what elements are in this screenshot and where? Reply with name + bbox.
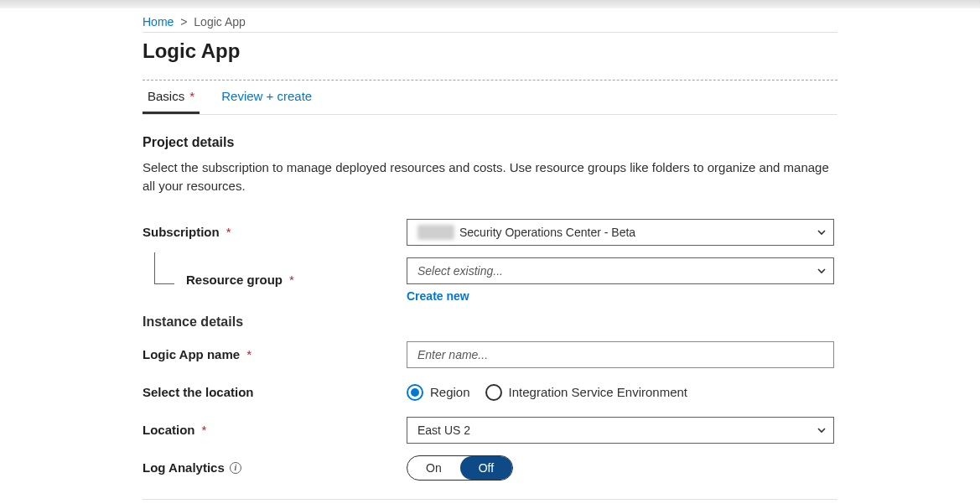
required-indicator: *	[246, 347, 251, 361]
tabs: Basics * Review + create	[143, 80, 837, 115]
label-location-text: Location	[143, 423, 195, 437]
chevron-down-icon	[817, 227, 827, 237]
row-subscription: Subscription* Security Operations Center…	[143, 219, 837, 246]
required-indicator: *	[289, 273, 294, 287]
radio-selected-icon	[407, 384, 423, 401]
required-indicator: *	[202, 423, 207, 437]
info-icon[interactable]: i	[230, 462, 241, 474]
label-select-location: Select the location	[143, 385, 407, 399]
breadcrumb: Home > Logic App	[143, 8, 837, 32]
row-log-analytics: Log Analytics i On Off	[143, 455, 837, 481]
resource-group-select[interactable]: Select existing...	[407, 257, 834, 284]
label-location: Location*	[143, 423, 407, 437]
label-log-analytics: Log Analytics i	[143, 460, 407, 475]
tab-review-create[interactable]: Review + create	[216, 81, 317, 114]
label-log-analytics-text: Log Analytics	[143, 460, 225, 475]
log-analytics-toggle[interactable]: On Off	[407, 455, 513, 481]
footer-bar: Review + create Download a template for …	[143, 499, 837, 505]
label-subscription: Subscription*	[143, 225, 407, 239]
field-resource-group: Select existing... Create new	[407, 257, 834, 303]
resource-group-placeholder: Select existing...	[417, 264, 503, 278]
required-indicator: *	[186, 89, 194, 103]
label-subscription-text: Subscription	[143, 225, 220, 239]
redacted-icon	[417, 225, 454, 240]
section-heading-instance-details: Instance details	[143, 314, 837, 330]
location-select[interactable]: East US 2	[407, 417, 834, 444]
toggle-off[interactable]: Off	[460, 456, 512, 480]
radio-ise[interactable]: Integration Service Environment	[485, 384, 687, 401]
breadcrumb-current: Logic App	[194, 15, 246, 29]
breadcrumb-separator-icon: >	[180, 15, 187, 29]
window-topbar	[0, 0, 980, 8]
field-location: East US 2	[407, 417, 834, 444]
logic-app-name-input[interactable]: Enter name...	[407, 341, 834, 368]
radio-unselected-icon	[485, 384, 502, 401]
section-heading-project-details: Project details	[143, 135, 837, 150]
breadcrumb-home-link[interactable]: Home	[143, 15, 174, 29]
subscription-select[interactable]: Security Operations Center - Beta	[407, 219, 834, 246]
content: Home > Logic App Logic App Basics * Revi…	[0, 8, 980, 504]
required-indicator: *	[226, 225, 231, 239]
row-select-location: Select the location Region Integration S…	[143, 380, 837, 405]
field-subscription: Security Operations Center - Beta	[407, 219, 834, 246]
radio-ise-label: Integration Service Environment	[509, 385, 687, 399]
chevron-down-icon	[817, 425, 827, 435]
tree-connector-icon	[154, 252, 174, 284]
label-logic-app-name-text: Logic App name	[143, 347, 240, 361]
row-logic-app-name: Logic App name* Enter name...	[143, 341, 837, 368]
row-resource-group: Resource group* Select existing... Creat…	[143, 257, 837, 303]
field-select-location: Region Integration Service Environment	[407, 384, 834, 401]
label-resource-group: Resource group*	[143, 273, 407, 287]
divider	[143, 32, 837, 33]
field-logic-app-name: Enter name...	[407, 341, 834, 368]
radio-region-label: Region	[430, 385, 470, 399]
tab-basics[interactable]: Basics *	[143, 81, 200, 114]
tab-basics-label: Basics	[148, 89, 184, 103]
label-resource-group-text: Resource group	[186, 273, 283, 287]
section-description-project-details: Select the subscription to manage deploy…	[143, 158, 837, 195]
location-value: East US 2	[417, 423, 470, 437]
create-new-link[interactable]: Create new	[407, 289, 469, 303]
label-select-location-text: Select the location	[143, 385, 254, 399]
label-logic-app-name: Logic App name*	[143, 347, 407, 361]
chevron-down-icon	[817, 266, 827, 276]
row-location: Location* East US 2	[143, 417, 837, 444]
page: Home > Logic App Logic App Basics * Revi…	[0, 0, 980, 504]
radio-region[interactable]: Region	[407, 384, 470, 401]
field-log-analytics: On Off	[407, 455, 834, 481]
logic-app-name-placeholder: Enter name...	[417, 348, 488, 361]
toggle-on[interactable]: On	[407, 456, 460, 480]
subscription-value: Security Operations Center - Beta	[459, 226, 635, 239]
page-title: Logic App	[143, 39, 837, 63]
